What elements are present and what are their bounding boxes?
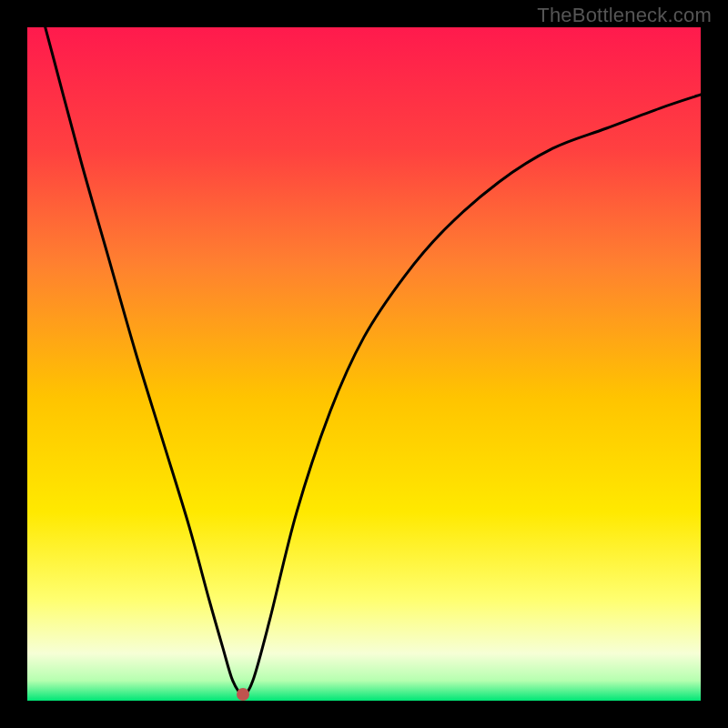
plot-area <box>27 27 701 701</box>
curve-svg <box>27 27 701 701</box>
watermark-text: TheBottleneck.com <box>537 4 712 27</box>
marker-dot <box>237 688 249 701</box>
chart-frame: TheBottleneck.com <box>0 0 728 728</box>
bottleneck-curve <box>27 27 701 694</box>
